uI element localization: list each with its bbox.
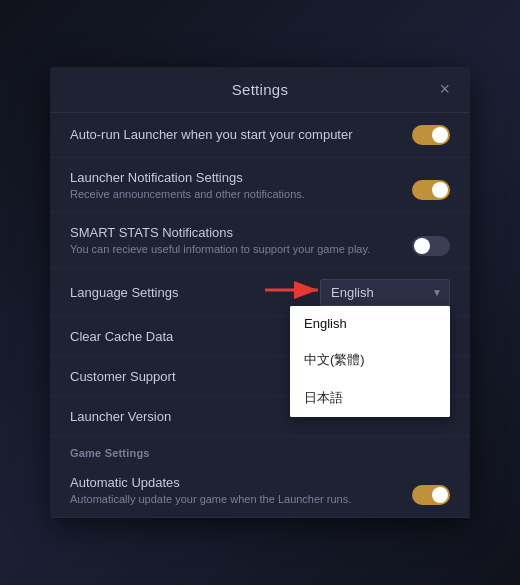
- dropdown-item-japanese[interactable]: 日本語: [290, 379, 450, 417]
- auto-run-row: Auto-run Launcher when you start your co…: [50, 113, 470, 158]
- modal-header: Settings ×: [50, 67, 470, 113]
- smart-stats-toggle[interactable]: [412, 236, 450, 256]
- modal-body: Auto-run Launcher when you start your co…: [50, 113, 470, 518]
- game-settings-section-label: Game Settings: [50, 437, 470, 463]
- notifications-toggle[interactable]: [412, 180, 450, 200]
- arrow-indicator: [260, 270, 330, 314]
- language-current-value: English: [331, 285, 374, 300]
- smart-stats-row: SMART STATS Notifications You can reciev…: [50, 213, 470, 268]
- close-button[interactable]: ×: [433, 78, 456, 100]
- auto-run-toggle[interactable]: [412, 125, 450, 145]
- smart-stats-label: SMART STATS Notifications: [70, 225, 370, 240]
- modal-title: Settings: [232, 81, 289, 98]
- customer-support-label: Customer Support: [70, 369, 176, 384]
- launcher-version-label: Launcher Version: [70, 409, 171, 424]
- auto-updates-desc: Automatically update your game when the …: [70, 492, 351, 507]
- smart-stats-desc: You can recieve useful information to su…: [70, 242, 370, 257]
- auto-updates-label: Automatic Updates: [70, 475, 351, 490]
- auto-run-label: Auto-run Launcher when you start your co…: [70, 127, 353, 142]
- notifications-row: Launcher Notification Settings Receive a…: [50, 158, 470, 213]
- language-label: Language Settings: [70, 285, 178, 300]
- auto-updates-toggle[interactable]: [412, 485, 450, 505]
- language-row: Language Settings English ▼ English 中文(繁…: [50, 269, 470, 317]
- auto-updates-row: Automatic Updates Automatically update y…: [50, 463, 470, 518]
- clear-cache-label: Clear Cache Data: [70, 329, 173, 344]
- language-select[interactable]: English: [320, 279, 450, 306]
- dropdown-item-chinese[interactable]: 中文(繁體): [290, 341, 450, 379]
- notifications-desc: Receive announcements and other notifica…: [70, 187, 305, 202]
- language-dropdown: English 中文(繁體) 日本語: [290, 306, 450, 417]
- notifications-label: Launcher Notification Settings: [70, 170, 305, 185]
- language-select-wrapper: English ▼ English 中文(繁體) 日本語: [320, 279, 450, 306]
- red-arrow-icon: [260, 270, 330, 310]
- settings-modal: Settings × Auto-run Launcher when you st…: [50, 67, 470, 518]
